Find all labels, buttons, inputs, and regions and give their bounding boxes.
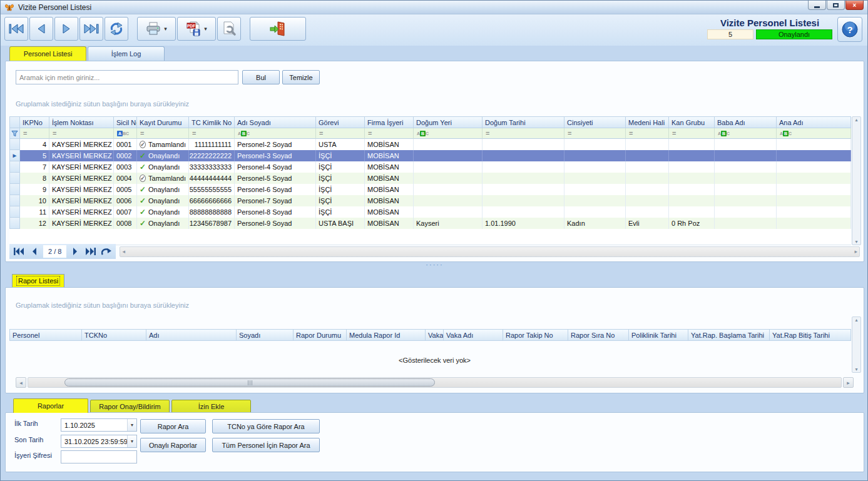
exit-button[interactable]: [250, 17, 306, 41]
report-column-header-7[interactable]: Vaka: [426, 329, 444, 341]
last-record-button[interactable]: [79, 17, 103, 41]
report-scroll-thumb[interactable]: [64, 378, 435, 387]
filter-cell-5[interactable]: =: [189, 128, 235, 139]
column-header-4[interactable]: Kayıt Durumu: [137, 116, 189, 128]
tum-personel-rapor-ara-button[interactable]: Tüm Personel İçin Rapor Ara: [212, 438, 320, 452]
close-button[interactable]: ×: [845, 1, 864, 10]
filter-cell-14[interactable]: ABC: [715, 128, 777, 139]
column-header-9[interactable]: Doğum Yeri: [414, 116, 483, 128]
report-column-header-1[interactable]: Personel: [9, 329, 82, 341]
table-row[interactable]: 7KAYSERİ MERKEZ0003✓Onaylandı33333333333…: [9, 161, 851, 173]
tab-rapor-onay-bildirim[interactable]: Rapor Onay/Bildirim: [90, 400, 170, 413]
report-column-header-6[interactable]: Medula Rapor Id: [347, 329, 426, 341]
report-column-header-8[interactable]: Vaka Adı: [444, 329, 503, 341]
pager-last-button[interactable]: [84, 245, 98, 258]
horizontal-splitter[interactable]: ·····: [5, 262, 864, 266]
export-pdf-button[interactable]: PDF ▾: [177, 17, 216, 41]
report-column-header-10[interactable]: Rapor Sıra No: [568, 329, 629, 341]
find-button[interactable]: Bul: [242, 70, 280, 84]
column-header-13[interactable]: Kan Grubu: [669, 116, 715, 128]
tab-rapor-listesi[interactable]: Rapor Listesi: [12, 274, 64, 287]
report-grid-vscrollbar[interactable]: ▴ ▾: [852, 316, 861, 373]
filter-cell-15[interactable]: ABC: [777, 128, 851, 139]
column-header-10[interactable]: Doğum Tarihi: [483, 116, 564, 128]
tab-islem-log[interactable]: İşlem Log: [88, 46, 165, 61]
report-column-header-5[interactable]: Rapor Durumu: [294, 329, 347, 341]
column-header-11[interactable]: Cinsiyeti: [564, 116, 626, 128]
first-record-button[interactable]: [4, 17, 28, 41]
pager-first-button[interactable]: [12, 245, 26, 258]
personnel-grid-vscrollbar[interactable]: ▴ ▾: [852, 116, 861, 245]
report-column-header-3[interactable]: Adı: [146, 329, 237, 341]
column-header-7[interactable]: Görevi: [316, 116, 365, 128]
ilk-tarih-picker[interactable]: 1.10.2025 ▾: [61, 418, 137, 432]
report-group-by-zone[interactable]: Gruplamak istediğiniz sütun başlığını bu…: [16, 301, 189, 309]
table-row[interactable]: 10KAYSERİ MERKEZ0006✓Onaylandı6666666666…: [9, 195, 851, 206]
column-header-12[interactable]: Medeni Hali: [626, 116, 669, 128]
filter-funnel-cell[interactable]: [9, 128, 20, 139]
filter-cell-3[interactable]: ABC: [114, 128, 137, 139]
column-header-14[interactable]: Baba Adı: [715, 116, 777, 128]
pdf-dropdown-icon[interactable]: ▾: [204, 26, 207, 32]
filter-cell-12[interactable]: =: [626, 128, 669, 139]
filter-cell-13[interactable]: =: [669, 128, 715, 139]
pager-next-button[interactable]: [68, 245, 82, 258]
tab-raporlar[interactable]: Raporlar: [13, 398, 88, 413]
filter-cell-11[interactable]: =: [564, 128, 626, 139]
search-input[interactable]: [16, 70, 238, 84]
minimize-button[interactable]: [808, 1, 826, 10]
filter-cell-7[interactable]: =: [316, 128, 365, 139]
tcno-rapor-ara-button[interactable]: TCNo ya Göre Rapor Ara: [212, 419, 320, 433]
pager-refresh-button[interactable]: [100, 245, 113, 258]
report-scroll-track[interactable]: [28, 377, 842, 388]
clear-button[interactable]: Temizle: [282, 70, 320, 84]
filter-cell-9[interactable]: ABC: [414, 128, 483, 139]
report-column-header-2[interactable]: TCKNo: [82, 329, 146, 341]
group-by-zone[interactable]: Gruplamak istediğiniz sütun başlığını bu…: [16, 100, 189, 108]
tab-personel-listesi[interactable]: Personel Listesi: [9, 46, 86, 61]
rapor-ara-button[interactable]: Rapor Ara: [140, 419, 206, 433]
pager-prev-button[interactable]: [28, 245, 41, 258]
report-column-header-12[interactable]: Yat.Rap. Başlama Tarihi: [688, 329, 770, 341]
son-tarih-picker[interactable]: 31.10.2025 23:59:59 ▾: [61, 435, 137, 448]
refresh-button[interactable]: [105, 17, 128, 41]
personnel-grid-hscrollbar[interactable]: ◂ ▸: [120, 246, 860, 257]
report-column-header-4[interactable]: Soyadı: [237, 329, 294, 341]
filter-cell-6[interactable]: ABC: [235, 128, 316, 139]
filter-cell-2[interactable]: =: [49, 128, 114, 139]
table-row[interactable]: 4KAYSERİ MERKEZ0001✓Tamamlandı1111111111…: [9, 139, 851, 150]
filter-cell-1[interactable]: =: [20, 128, 49, 139]
column-header-6[interactable]: Adı Soyadı: [235, 116, 316, 128]
print-preview-button[interactable]: [217, 17, 241, 41]
chevron-down-icon[interactable]: ▾: [127, 435, 136, 447]
filter-cell-10[interactable]: =: [483, 128, 564, 139]
onayli-raporlar-button[interactable]: Onaylı Raporlar: [140, 438, 206, 452]
isyeri-sifresi-input[interactable]: [61, 450, 137, 463]
column-header-2[interactable]: İşlem Noktası: [49, 116, 114, 128]
previous-record-button[interactable]: [29, 17, 53, 41]
print-dropdown-icon[interactable]: ▾: [164, 26, 167, 32]
table-row[interactable]: 11KAYSERİ MERKEZ0007✓Onaylandı8888888888…: [9, 206, 851, 218]
table-row[interactable]: 12KAYSERİ MERKEZ0008✓Onaylandı1234567898…: [9, 218, 851, 229]
maximize-button[interactable]: [827, 1, 845, 10]
column-header-8[interactable]: Firma İşyeri: [365, 116, 414, 128]
print-button[interactable]: ▾: [137, 17, 176, 41]
report-grid-hscrollbar[interactable]: ◂ ▸: [16, 377, 854, 388]
chevron-down-icon[interactable]: ▾: [127, 419, 136, 431]
scroll-left-button[interactable]: ◂: [16, 377, 26, 388]
next-record-button[interactable]: [54, 17, 78, 41]
help-button[interactable]: ?: [837, 17, 862, 42]
tab-izin-ekle[interactable]: İzin Ekle: [171, 400, 251, 413]
column-header-5[interactable]: TC Kimlik No: [189, 116, 235, 128]
table-row[interactable]: 8KAYSERİ MERKEZ0004✓Tamamlandı4444444444…: [9, 173, 851, 184]
report-column-header-11[interactable]: Poliklinik Tarihi: [629, 329, 688, 341]
report-column-header-13[interactable]: Yat.Rap Bitiş Tarihi: [770, 329, 851, 341]
filter-cell-4[interactable]: =: [137, 128, 189, 139]
column-header-3[interactable]: Sicil No: [114, 116, 137, 128]
column-header-15[interactable]: Ana Adı: [777, 116, 851, 128]
table-row[interactable]: ►5KAYSERİ MERKEZ0002✓Onaylandı2222222222…: [9, 150, 851, 161]
report-column-header-9[interactable]: Rapor Takip No: [503, 329, 568, 341]
table-row[interactable]: 9KAYSERİ MERKEZ0005✓Onaylandı55555555555…: [9, 184, 851, 195]
filter-cell-8[interactable]: =: [365, 128, 414, 139]
scroll-right-button[interactable]: ▸: [843, 377, 854, 388]
